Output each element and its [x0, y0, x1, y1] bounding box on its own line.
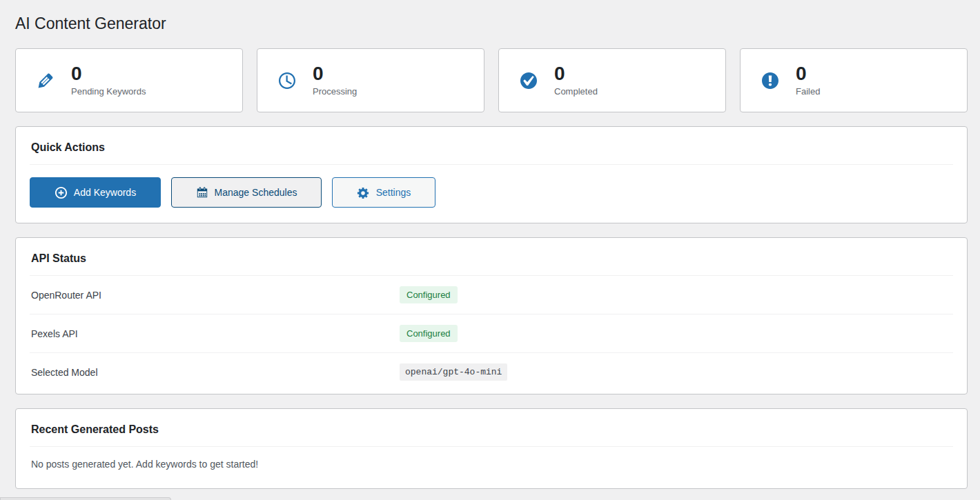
recent-posts-panel: Recent Generated Posts No posts generate…	[15, 408, 968, 489]
pencil-icon	[35, 70, 56, 91]
stat-value: 0	[313, 63, 357, 84]
settings-button[interactable]: Settings	[332, 177, 435, 208]
stat-label: Pending Keywords	[71, 86, 146, 97]
bottom-status-sliver	[0, 497, 171, 500]
button-label: Manage Schedules	[215, 188, 297, 197]
button-label: Settings	[376, 188, 411, 197]
quick-actions-buttons: Add Keywords Manage Schedules Settings	[30, 165, 953, 223]
api-row-selected-model: Selected Model openai/gpt-4o-mini	[30, 353, 953, 394]
gear-icon	[357, 186, 370, 199]
api-row-label: Pexels API	[31, 328, 400, 339]
add-keywords-button[interactable]: Add Keywords	[30, 177, 161, 208]
check-circle-icon	[518, 70, 539, 91]
clock-icon	[277, 70, 297, 91]
stat-label: Processing	[313, 86, 357, 97]
stat-value: 0	[554, 63, 598, 84]
api-status-panel: API Status OpenRouter API Configured Pex…	[15, 237, 968, 394]
recent-posts-heading: Recent Generated Posts	[30, 409, 953, 446]
calendar-icon	[196, 186, 208, 199]
stats-row: 0 Pending Keywords 0 Processing 0 Comple…	[15, 48, 968, 112]
page-title: AI Content Generator	[15, 0, 968, 48]
quick-actions-heading: Quick Actions	[30, 127, 953, 164]
api-row-pexels: Pexels API Configured	[30, 314, 953, 353]
api-row-openrouter: OpenRouter API Configured	[30, 276, 953, 314]
stat-card-pending-keywords: 0 Pending Keywords	[15, 48, 243, 112]
api-status-heading: API Status	[30, 238, 953, 275]
stat-label: Failed	[796, 86, 820, 97]
api-row-label: OpenRouter API	[31, 290, 400, 301]
stat-card-completed: 0 Completed	[498, 48, 726, 112]
api-row-label: Selected Model	[31, 367, 400, 378]
manage-schedules-button[interactable]: Manage Schedules	[171, 177, 322, 208]
stat-card-failed: 0 Failed	[740, 48, 968, 112]
quick-actions-panel: Quick Actions Add Keywords Manage Schedu…	[15, 126, 968, 223]
status-badge: Configured	[400, 325, 458, 342]
empty-state-message: No posts generated yet. Add keywords to …	[30, 447, 953, 488]
stat-value: 0	[796, 63, 820, 84]
plus-circle-icon	[55, 186, 68, 199]
model-code-chip: openai/gpt-4o-mini	[400, 363, 507, 381]
status-badge: Configured	[400, 286, 458, 303]
stat-value: 0	[71, 63, 146, 84]
stat-card-processing: 0 Processing	[257, 48, 484, 112]
button-label: Add Keywords	[74, 188, 136, 197]
stat-label: Completed	[554, 86, 598, 97]
warning-icon	[760, 70, 781, 91]
admin-page: AI Content Generator 0 Pending Keywords …	[15, 0, 968, 489]
